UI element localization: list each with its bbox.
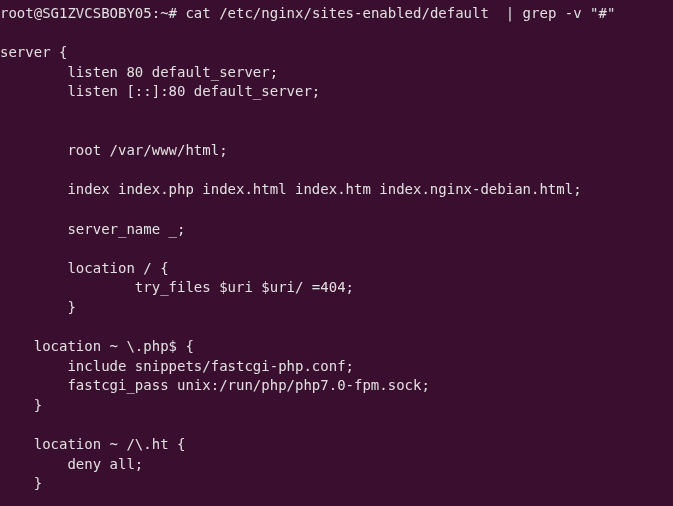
output-line: server_name _; bbox=[0, 221, 185, 237]
output-line: location ~ \.php$ { bbox=[0, 338, 194, 354]
output-line: deny all; bbox=[0, 456, 143, 472]
output-line: location ~ /\.ht { bbox=[0, 436, 185, 452]
output-line: } bbox=[0, 397, 42, 413]
output-line: listen [::]:80 default_server; bbox=[0, 83, 320, 99]
output-line: include snippets/fastcgi-php.conf; bbox=[0, 358, 354, 374]
shell-prompt: root@SG1ZVCSBOBY05:~# bbox=[0, 4, 177, 24]
output-line: } bbox=[0, 299, 76, 315]
output-line: root /var/www/html; bbox=[0, 142, 228, 158]
command-line-1: root@SG1ZVCSBOBY05:~# cat /etc/nginx/sit… bbox=[0, 4, 673, 24]
command-text: cat /etc/nginx/sites-enabled/default | g… bbox=[177, 4, 615, 24]
terminal-window[interactable]: root@SG1ZVCSBOBY05:~# cat /etc/nginx/sit… bbox=[0, 4, 673, 506]
output-line: location / { bbox=[0, 260, 169, 276]
output-line: index index.php index.html index.htm ind… bbox=[0, 181, 582, 197]
output-line: server { bbox=[0, 44, 67, 60]
output-line: listen 80 default_server; bbox=[0, 64, 278, 80]
output-line: } bbox=[0, 475, 42, 491]
output-line: fastcgi_pass unix:/run/php/php7.0-fpm.so… bbox=[0, 377, 430, 393]
output-line: try_files $uri $uri/ =404; bbox=[0, 279, 354, 295]
